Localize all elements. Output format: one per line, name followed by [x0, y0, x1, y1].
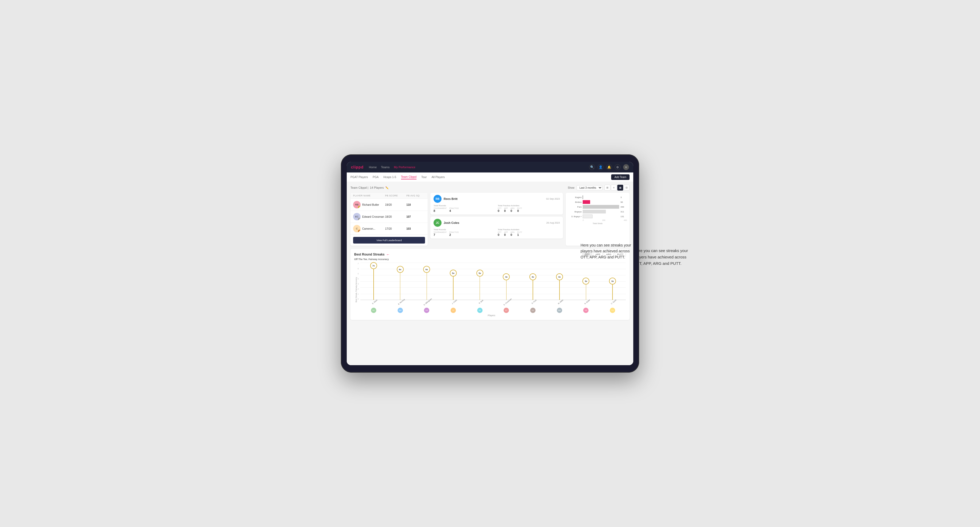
subnav-team-clippd[interactable]: Team Clippd	[401, 175, 417, 179]
avatar-col-quick: CQ	[599, 308, 626, 313]
bar-birdies	[583, 200, 590, 204]
total-rounds-label: Total Rounds	[434, 229, 496, 231]
player-label-coles: J. Coles	[440, 301, 466, 303]
player-label-butler: R. Butler	[573, 301, 600, 303]
nav-teams[interactable]: Teams	[381, 165, 390, 169]
card-name: Rees Britt	[444, 197, 458, 200]
player-name: Edward Crossman	[362, 215, 384, 218]
y-tick-6: 6	[358, 268, 359, 270]
nav-my-performance[interactable]: My Performance	[394, 165, 415, 169]
show-label: Show	[568, 186, 574, 189]
player-avatar-billingham: DB	[424, 308, 429, 313]
putt-val: 0	[517, 209, 522, 213]
tournament-label: Tournament	[434, 207, 447, 209]
streak-bubble-quick: 3x	[609, 278, 616, 284]
streak-bubble-ebert: 7x	[370, 262, 377, 269]
lb-col-score: PB SCORE	[385, 194, 406, 197]
subnav-pgat[interactable]: PGAT Players	[350, 175, 368, 179]
streak-bubble-britt: 5x	[476, 270, 483, 276]
grid-view-btn[interactable]: ⊞	[605, 185, 610, 190]
card-view-btn[interactable]: ▦	[617, 185, 623, 190]
ott-label: OTT	[498, 207, 501, 209]
player-label-crossman: E. Crossman	[493, 301, 520, 303]
streak-line-britt	[480, 273, 480, 300]
chart-row-birdies: Birdies 96	[568, 200, 627, 204]
nav-home[interactable]: Home	[369, 165, 377, 169]
lb-col-avg: PB AVG SQ	[406, 194, 425, 197]
card-date: 26 Aug 2023	[546, 221, 560, 224]
chart-label-eagles: Eagles	[568, 196, 582, 198]
avatar-col-ebert: EE	[360, 308, 387, 313]
avatar-col-crossman: EC	[493, 308, 520, 313]
streak-line-mcherg	[400, 268, 401, 300]
view-leaderboard-button[interactable]: View Full Leaderboard	[353, 237, 425, 243]
practice-label: Practice	[449, 207, 458, 209]
team-name: Team Clippd |	[350, 186, 368, 189]
streak-bubble-coles: 5x	[450, 270, 457, 276]
show-controls: Show Last 3 months Last 6 months Last ye…	[568, 185, 630, 190]
rank-badge-bronze: 3	[358, 230, 361, 232]
y-tick-7: 7	[358, 263, 359, 265]
rank-badge-silver: 2	[358, 218, 361, 221]
streak-bubble-crossman: 4x	[503, 273, 510, 280]
pb-avg: 103	[406, 227, 425, 230]
player-label-billingham: D. Billingham	[413, 301, 440, 303]
table-row: EC 2 Edward Crossman 18/20 107	[350, 211, 428, 223]
leaderboard-header: PLAYER NAME PB SCORE PB AVG SQ	[350, 193, 428, 199]
edit-icon[interactable]: ✏️	[385, 186, 388, 189]
y-tick-1: 1	[358, 293, 359, 295]
player-avatar-ebert: EE	[371, 308, 376, 313]
players-x-label: Players	[357, 314, 626, 317]
view-icons: ⊞ ≡ ▦ ⊟	[605, 185, 630, 190]
streak-bubble-billingham: 6x	[423, 266, 430, 273]
practice-activities-label: Total Practice Activities	[498, 229, 560, 231]
player-info: RB 1 Richard Butler	[353, 201, 385, 208]
search-icon[interactable]: 🔍	[589, 164, 595, 170]
arg-label: ARG	[511, 207, 514, 209]
y-tick-5: 5	[358, 273, 359, 275]
list-view-btn[interactable]: ≡	[611, 185, 617, 190]
y-tick-4: 4	[358, 278, 359, 280]
team-header: Team Clippd | 14 Players ✏️ Show Last 3 …	[350, 185, 630, 190]
player-label-quick: C. Quick	[599, 301, 626, 303]
user-icon[interactable]: 👤	[598, 164, 603, 170]
subnav-hcaps[interactable]: Hcaps 1-5	[383, 175, 396, 179]
chart-val-birdies: 96	[620, 201, 627, 203]
player-avatar-coles: JC	[450, 308, 456, 313]
avatar: RB 1	[353, 201, 361, 208]
table-row: C 3 Cameron... 17/20 103	[350, 223, 428, 235]
bar-pars	[583, 205, 619, 209]
chart-row-eagles: Eagles 3	[568, 195, 627, 199]
y-tick-2: 2	[358, 288, 359, 290]
bar-container-eagles	[583, 195, 619, 199]
subnav: PGAT Players PGA Hcaps 1-5 Team Clippd T…	[347, 173, 633, 182]
chart-label-dbogeys: D. Bogeys +	[568, 216, 582, 217]
add-team-button[interactable]: Add Team	[611, 174, 630, 180]
user-avatar[interactable]: U	[623, 164, 629, 170]
plus-icon[interactable]: ⊕	[615, 164, 620, 170]
annotation: Here you can see streaks your players ha…	[634, 248, 692, 267]
avatar: EC 2	[353, 213, 361, 221]
player-avatars-row: EE BM DB JC	[360, 308, 626, 313]
subnav-pga[interactable]: PGA	[373, 175, 379, 179]
practice-stats: OTT 0 APP 0 ARG	[498, 207, 560, 213]
tournament-label: Tournament	[434, 231, 447, 233]
avatar-col-miller: MM	[546, 308, 573, 313]
player-label-britt: R. Britt	[466, 301, 493, 303]
pb-avg: 110	[406, 203, 425, 206]
avatar-col-ford: DF	[520, 308, 546, 313]
bar-container-pars	[583, 205, 619, 209]
bell-icon[interactable]: 🔔	[606, 164, 612, 170]
streak-line-billingham	[426, 268, 427, 300]
player-streak-columns: 7x 6x	[360, 263, 626, 300]
chart-panel: Eagles 3 Birdies 96	[566, 193, 630, 246]
practice-activities-label: Total Practice Activities	[498, 205, 560, 207]
period-select[interactable]: Last 3 months Last 6 months Last year	[577, 185, 602, 190]
x-label-200: 200	[602, 219, 605, 221]
subnav-all-players[interactable]: All Players	[431, 175, 445, 179]
subnav-tour[interactable]: Tour	[421, 175, 426, 179]
table-view-btn[interactable]: ⊟	[624, 185, 630, 190]
player-count: 14 Players	[370, 186, 384, 189]
ott-label: OTT	[498, 231, 501, 233]
streaks-title-text: Best Round Streaks	[354, 252, 385, 256]
